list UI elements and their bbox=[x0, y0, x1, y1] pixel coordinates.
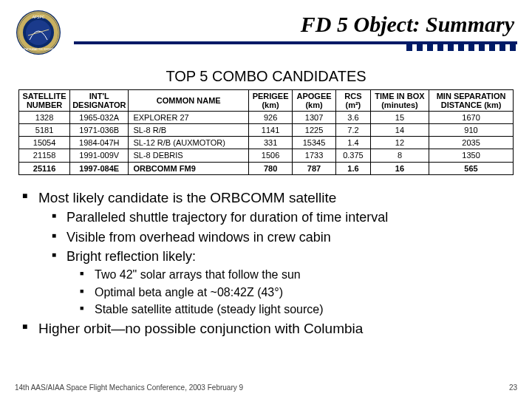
table-cell: 780 bbox=[249, 162, 293, 174]
table-cell: 926 bbox=[249, 112, 293, 124]
table-row: 150541984-047HSL-12 R/B (AUXMOTOR)331153… bbox=[19, 137, 514, 149]
table-cell: 1328 bbox=[19, 112, 70, 124]
table-cell: 15 bbox=[370, 112, 429, 124]
svg-text:SPACE ANALYSIS DIVISION: SPACE ANALYSIS DIVISION bbox=[23, 48, 54, 51]
title-rule bbox=[74, 41, 517, 44]
table-cell: SL-12 R/B (AUXMOTOR) bbox=[129, 137, 249, 149]
table-cell: 2035 bbox=[429, 137, 514, 149]
page-title: FD 5 Object: Summary bbox=[74, 9, 517, 37]
table-cell: 15345 bbox=[293, 137, 336, 149]
th-sat-number: SATELLITE NUMBER bbox=[19, 90, 70, 112]
bullet-1: Most likely candidate is the ORBCOMM sat… bbox=[22, 188, 517, 318]
table-cell: 1.6 bbox=[336, 162, 371, 174]
table-cell: 787 bbox=[293, 162, 336, 174]
table-cell: 1733 bbox=[293, 149, 336, 162]
th-common-name: COMMON NAME bbox=[129, 90, 249, 112]
table-cell: 1506 bbox=[249, 149, 293, 162]
bullet-1c3: Stable satellite attitude (steady light … bbox=[80, 301, 517, 318]
table-row: 251161997-084EORBCOMM FM97807871.616565 bbox=[19, 162, 514, 174]
table-cell: 25116 bbox=[19, 162, 70, 174]
title-ticks bbox=[74, 44, 517, 51]
svg-text:AFSPC: AFSPC bbox=[33, 15, 45, 19]
table-row: 13281965-032AEXPLORER 2792613073.6151670 bbox=[19, 112, 514, 124]
table-cell: 1991-009V bbox=[70, 149, 129, 162]
table-cell: 1670 bbox=[429, 112, 514, 124]
th-time-in-box: TIME IN BOX (minutes) bbox=[370, 90, 429, 112]
table-cell: 1.4 bbox=[336, 137, 371, 149]
bullet-1c: Bright reflection likely: Two 42" solar … bbox=[52, 248, 517, 318]
table-cell: 565 bbox=[429, 162, 514, 174]
table-cell: 1997-084E bbox=[70, 162, 129, 174]
table-cell: 8 bbox=[370, 149, 429, 162]
th-perigee: PERIGEE (km) bbox=[249, 90, 293, 112]
logo-wrap: AFSPC SPACE ANALYSIS DIVISION bbox=[15, 9, 66, 59]
th-intl-designator: INT'L DESIGNATOR bbox=[70, 90, 129, 112]
table-cell: 7.2 bbox=[336, 124, 371, 137]
bullets: Most likely candidate is the ORBCOMM sat… bbox=[22, 188, 517, 338]
table-header-row: SATELLITE NUMBER INT'L DESIGNATOR COMMON… bbox=[19, 90, 514, 112]
header: AFSPC SPACE ANALYSIS DIVISION FD 5 Objec… bbox=[15, 9, 517, 59]
table-cell: 15054 bbox=[19, 137, 70, 149]
table-cell: 1225 bbox=[293, 124, 336, 137]
table-cell: ORBCOMM FM9 bbox=[129, 162, 249, 174]
table-cell: 331 bbox=[249, 137, 293, 149]
candidates-table: SATELLITE NUMBER INT'L DESIGNATOR COMMON… bbox=[18, 89, 514, 175]
table-cell: 16 bbox=[370, 162, 429, 174]
bullet-2: Higher orbit—no possible conjunction wit… bbox=[22, 319, 517, 338]
th-apogee: APOGEE (km) bbox=[293, 90, 336, 112]
table-cell: 12 bbox=[370, 137, 429, 149]
footer-left: 14th AAS/AIAA Space Flight Mechanics Con… bbox=[15, 383, 243, 392]
table-cell: 1350 bbox=[429, 149, 514, 162]
subheader: TOP 5 COMBO CANDIDATES bbox=[15, 68, 517, 85]
table-cell: 21158 bbox=[19, 149, 70, 162]
table-cell: 3.6 bbox=[336, 112, 371, 124]
table-cell: SL-8 R/B bbox=[129, 124, 249, 137]
afspc-logo-icon: AFSPC SPACE ANALYSIS DIVISION bbox=[15, 9, 62, 56]
table-cell: 14 bbox=[370, 124, 429, 137]
table-cell: 1965-032A bbox=[70, 112, 129, 124]
table-row: 211581991-009VSL-8 DEBRIS150617330.37581… bbox=[19, 149, 514, 162]
bullet-1c1: Two 42" solar arrays that follow the sun bbox=[80, 267, 517, 283]
table-cell: 1984-047H bbox=[70, 137, 129, 149]
th-min-sep: MIN SEPARATION DISTANCE (km) bbox=[429, 90, 514, 112]
table-cell: 1141 bbox=[249, 124, 293, 137]
candidates-table-wrap: SATELLITE NUMBER INT'L DESIGNATOR COMMON… bbox=[18, 89, 514, 175]
title-wrap: FD 5 Object: Summary bbox=[74, 9, 517, 51]
footer-page-number: 23 bbox=[509, 383, 517, 392]
bullet-1c-text: Bright reflection likely: bbox=[66, 249, 196, 264]
table-cell: 910 bbox=[429, 124, 514, 137]
table-cell: EXPLORER 27 bbox=[129, 112, 249, 124]
bullet-1a: Paralleled shuttle trajectory for durati… bbox=[52, 208, 517, 226]
footer: 14th AAS/AIAA Space Flight Mechanics Con… bbox=[15, 383, 517, 392]
bullet-1c2: Optimal beta angle at ~08:42Z (43°) bbox=[80, 284, 517, 301]
table-cell: 0.375 bbox=[336, 149, 371, 162]
table-cell: SL-8 DEBRIS bbox=[129, 149, 249, 162]
table-cell: 1307 bbox=[293, 112, 336, 124]
slide: AFSPC SPACE ANALYSIS DIVISION FD 5 Objec… bbox=[0, 0, 532, 399]
table-cell: 1971-036B bbox=[70, 124, 129, 137]
table-cell: 5181 bbox=[19, 124, 70, 137]
th-rcs: RCS (m²) bbox=[336, 90, 371, 112]
bullet-1-text: Most likely candidate is the ORBCOMM sat… bbox=[38, 190, 336, 205]
table-row: 51811971-036BSL-8 R/B114112257.214910 bbox=[19, 124, 514, 137]
bullet-1b: Visible from overhead windows in crew ca… bbox=[52, 228, 517, 246]
